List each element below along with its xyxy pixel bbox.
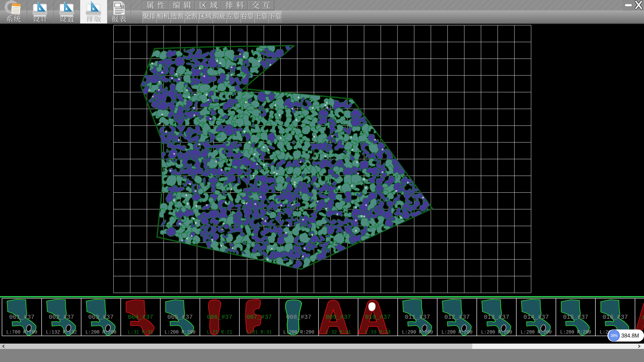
svg-text:002_#37: 002_#37 bbox=[49, 314, 74, 320]
svg-text:L:31 R:31: L:31 R:31 bbox=[247, 329, 272, 335]
svg-text:L:700 R:700: L:700 R:700 bbox=[6, 329, 37, 335]
svg-text:L:32 R:31: L:32 R:31 bbox=[326, 329, 351, 335]
svg-text:009_#37: 009_#37 bbox=[326, 314, 351, 320]
svg-text:L:200 R:200: L:200 R:200 bbox=[283, 329, 314, 335]
svg-text:L:132 R:132: L:132 R:132 bbox=[46, 329, 77, 335]
svg-text:001_#37: 001_#37 bbox=[9, 314, 35, 320]
svg-text:014_#37: 014_#37 bbox=[524, 314, 549, 320]
svg-text:384.8M: 384.8M bbox=[621, 333, 639, 339]
svg-text:003_#37: 003_#37 bbox=[88, 314, 114, 320]
svg-text:L:200 R:200: L:200 R:200 bbox=[521, 329, 551, 335]
svg-text:013_#37: 013_#37 bbox=[484, 314, 509, 320]
svg-text:006_#37: 006_#37 bbox=[207, 314, 232, 320]
svg-text:38%: 38% bbox=[611, 334, 618, 338]
svg-text:L:33 R:33: L:33 R:33 bbox=[365, 329, 391, 335]
svg-text:004_#37: 004_#37 bbox=[128, 314, 153, 320]
svg-text:L:200 R:200: L:200 R:200 bbox=[560, 329, 591, 335]
svg-text:010_#37: 010_#37 bbox=[365, 314, 391, 320]
svg-text:016_#37: 016_#37 bbox=[602, 314, 628, 320]
svg-text:005_#37: 005_#37 bbox=[167, 314, 193, 320]
svg-text:L:200 R:200: L:200 R:200 bbox=[481, 329, 512, 335]
svg-text:L:31 R:31: L:31 R:31 bbox=[128, 329, 153, 335]
svg-text:L:200 R:200: L:200 R:200 bbox=[165, 329, 196, 335]
svg-text:L:200 R:200: L:200 R:200 bbox=[402, 329, 433, 335]
svg-text:0: 0 bbox=[642, 314, 644, 321]
svg-text:015_#37: 015_#37 bbox=[563, 314, 588, 320]
svg-text:L:200 R:200: L:200 R:200 bbox=[86, 329, 116, 335]
svg-text:L:21 R:21: L:21 R:21 bbox=[207, 329, 232, 335]
svg-text:012_#37: 012_#37 bbox=[444, 314, 470, 320]
svg-text:L:200 R:200: L:200 R:200 bbox=[441, 329, 472, 335]
svg-text:007_#37: 007_#37 bbox=[247, 314, 272, 320]
svg-text:011_#37: 011_#37 bbox=[405, 314, 430, 320]
svg-text:008_#37: 008_#37 bbox=[286, 314, 312, 320]
